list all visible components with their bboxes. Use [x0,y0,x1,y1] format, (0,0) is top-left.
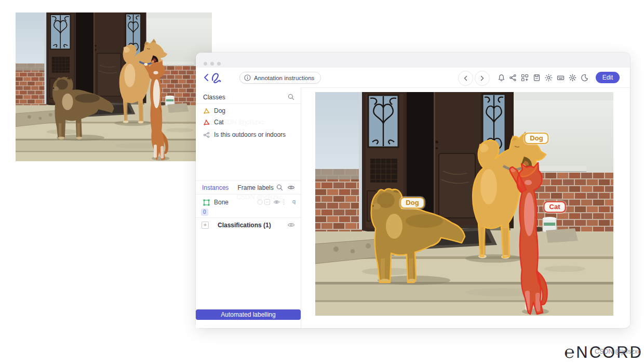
annotation-instructions-label: Annotation instructions [254,75,314,81]
csdn-watermark-faint: CSDN @jcfszxc [236,193,283,201]
classifications-label: Classifications (1) [218,222,271,229]
frame-count-badge: 0 [201,209,208,216]
automated-labelling-button[interactable]: Automated labelling [196,309,301,320]
labels-tab-bar: Instances Frame labels [196,181,301,194]
expand-plus-icon[interactable]: + [202,222,209,229]
window-control-dot[interactable] [210,62,214,66]
polygon-class-icon [203,108,210,114]
share-icon[interactable] [509,74,517,82]
shortcut-hint: q [292,198,296,204]
annotation-label-dog-lying[interactable]: Dog [400,197,424,209]
instances-search-icon[interactable] [276,184,283,191]
tab-instances[interactable]: Instances [202,184,229,191]
annotation-instructions-button[interactable]: Annotation instructions [239,72,321,84]
window-control-dot[interactable] [217,62,221,66]
classes-section-title: Classes [203,94,225,101]
save-file-icon[interactable] [533,74,541,82]
annotation-canvas-image[interactable]: Dog Dog Cat [315,92,613,316]
dark-mode-moon-icon[interactable] [581,74,588,82]
classifications-row[interactable]: + Classifications (1) [196,219,301,231]
encord-wordmark-e: ℮ [565,342,576,361]
classes-search-icon[interactable] [288,94,294,100]
classifications-eye-icon[interactable] [287,222,295,228]
info-icon [244,74,251,81]
annotation-label-cat[interactable]: Cat [544,201,566,213]
keyboard-icon[interactable] [557,74,565,82]
window-controls[interactable] [204,58,224,68]
notifications-bell-icon[interactable] [498,74,505,82]
shortcuts-grid-icon[interactable] [521,74,529,82]
reference-photo [16,12,212,161]
edit-button[interactable]: Edit [596,72,620,83]
window-titlebar [196,53,630,68]
polygon-class-icon [203,119,210,126]
divider [196,103,301,104]
annotation-app-window: Annotation instructions [196,53,630,328]
back-chevron-button[interactable] [203,73,210,82]
annotation-label-dog-standing[interactable]: Dog [524,133,548,144]
bounding-box-icon [203,199,210,206]
brightness-sun-icon[interactable] [545,74,553,82]
settings-gear-icon[interactable] [569,74,576,82]
classification-branch-icon [203,132,210,138]
divider [196,217,301,218]
class-item-label: Is this outdoors or indoors [214,131,286,138]
tab-frame-labels[interactable]: Frame labels [237,184,273,191]
app-header: Annotation instructions [196,68,630,88]
prev-frame-button[interactable] [458,71,473,86]
instance-name: Bone [214,199,229,206]
window-control-dot[interactable] [204,62,207,66]
toggle-visibility-eye-icon[interactable] [287,184,295,191]
csdn-watermark-faint: CSDN @jcfszxc [218,119,264,126]
class-item-label: Dog [214,107,225,114]
csdn-watermark: CSDN @jcfszxc [595,348,641,355]
next-frame-button[interactable] [475,71,490,86]
encord-logo-icon[interactable] [211,72,223,84]
class-item-outdoors-classification[interactable]: Is this outdoors or indoors [196,129,301,140]
class-item-dog[interactable]: Dog [196,105,301,116]
